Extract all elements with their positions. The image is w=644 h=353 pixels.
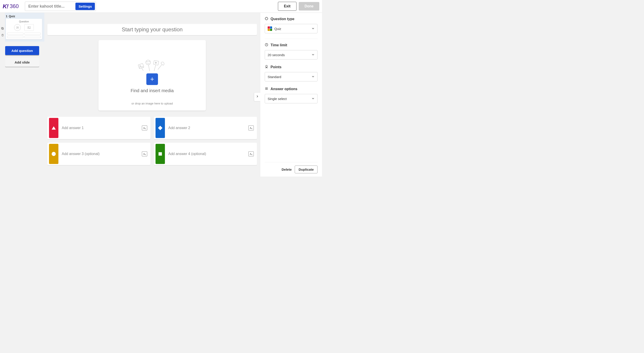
logo-letter: K!: [3, 3, 8, 10]
media-drop-zone[interactable]: + Find and insert media or drop an image…: [98, 40, 206, 110]
svg-rect-0: [2, 28, 4, 30]
chevron-down-icon: [312, 27, 314, 31]
logo: K! 360: [3, 3, 18, 10]
answer-options-select[interactable]: Single select: [265, 94, 318, 103]
slide-preview: Question 20: [6, 19, 42, 39]
settings-panel: Question type Quiz Time limit 20 sec: [260, 13, 322, 176]
time-limit-select[interactable]: 20 seconds: [265, 50, 318, 60]
exit-button[interactable]: Exit: [278, 2, 296, 11]
slide-type-label: Quiz: [9, 14, 15, 18]
question-type-select[interactable]: Quiz: [265, 24, 318, 33]
clock-icon: [265, 43, 268, 48]
points-value: Standard: [268, 75, 281, 79]
points-select[interactable]: Standard: [265, 72, 318, 82]
answer-option-2[interactable]: Add answer 2: [154, 117, 257, 139]
svg-point-26: [266, 88, 266, 88]
question-input[interactable]: [48, 24, 257, 35]
svg-point-27: [267, 88, 268, 88]
answer-options-label: Answer options: [270, 87, 298, 91]
title-placeholder: Enter kahoot title...: [28, 4, 73, 9]
answer-4-placeholder: Add answer 4 (optional): [168, 152, 248, 156]
answer-4-image-icon[interactable]: [248, 152, 254, 156]
chevron-down-icon: [312, 75, 314, 79]
svg-point-5: [140, 65, 141, 67]
answers-grid: Add answer 1 Add answer 2 Add answer 3 (: [48, 117, 257, 165]
time-limit-value: 20 seconds: [268, 53, 285, 57]
svg-point-7: [146, 60, 150, 65]
answer-3-image-icon[interactable]: [142, 152, 147, 156]
slide-preview-title: Question: [7, 20, 41, 23]
answer-3-placeholder: Add answer 3 (optional): [62, 152, 142, 156]
svg-point-20: [144, 153, 144, 154]
slide-preview-image-icon: [24, 24, 34, 31]
delete-slide-icon[interactable]: [1, 34, 4, 38]
done-button[interactable]: Done: [299, 2, 319, 10]
answer-option-3[interactable]: Add answer 3 (optional): [48, 143, 150, 165]
triangle-shape-icon: [49, 118, 58, 138]
svg-rect-1: [1, 27, 3, 29]
svg-marker-15: [52, 126, 56, 130]
media-illustration-icon: [136, 57, 169, 71]
add-media-button[interactable]: +: [146, 73, 158, 85]
question-type-value: Quiz: [274, 27, 281, 31]
answer-option-1[interactable]: Add answer 1: [48, 117, 150, 139]
answer-options-value: Single select: [268, 97, 287, 101]
answer-1-image-icon[interactable]: [142, 126, 147, 130]
collapse-panel-button[interactable]: [254, 92, 260, 101]
svg-line-10: [148, 65, 150, 71]
svg-point-9: [149, 61, 150, 62]
chevron-down-icon: [312, 97, 314, 101]
media-prompt-text: Find and insert media: [131, 88, 174, 93]
slide-index: 1: [6, 14, 8, 18]
answer-2-image-icon[interactable]: [248, 126, 254, 130]
answer-option-4[interactable]: Add answer 4 (optional): [154, 143, 257, 165]
sidebar: 1 Quiz Question 20: [0, 13, 44, 176]
media-drop-hint: or drop an image here to upload: [131, 102, 173, 105]
plus-icon: +: [150, 76, 154, 83]
svg-marker-12: [155, 62, 157, 64]
quiz-icon: [268, 26, 272, 31]
dots-grid-icon: [265, 87, 268, 91]
duplicate-slide-icon[interactable]: [1, 27, 4, 31]
header: K! 360 Enter kahoot title... Settings Ex…: [0, 0, 322, 13]
svg-point-28: [266, 89, 266, 90]
logo-suffix: 360: [10, 3, 18, 10]
svg-marker-17: [158, 126, 162, 130]
duplicate-button[interactable]: Duplicate: [295, 166, 318, 173]
circle-shape-icon: [49, 144, 58, 164]
points-label: Points: [270, 65, 282, 69]
svg-point-8: [147, 62, 148, 62]
svg-point-18: [250, 127, 251, 128]
svg-point-19: [52, 152, 56, 156]
diamond-shape-icon: [156, 118, 165, 138]
svg-point-29: [267, 89, 268, 90]
delete-button[interactable]: Delete: [282, 168, 292, 171]
svg-point-25: [266, 65, 268, 67]
svg-rect-21: [159, 152, 162, 156]
settings-button[interactable]: Settings: [76, 3, 95, 10]
svg-rect-4: [138, 64, 144, 69]
answer-1-placeholder: Add answer 1: [62, 126, 142, 130]
question-type-label: Question type: [270, 17, 294, 21]
editor-main: + Find and insert media or drop an image…: [44, 13, 260, 176]
time-limit-label: Time limit: [270, 43, 287, 47]
kahoot-title-field[interactable]: Enter kahoot title... Settings: [25, 2, 96, 11]
square-shape-icon: [156, 144, 165, 164]
chevron-down-icon: [312, 53, 314, 57]
chevron-right-icon: [256, 95, 259, 99]
add-slide-button[interactable]: Add slide: [5, 58, 39, 67]
svg-point-22: [250, 153, 251, 154]
answer-2-placeholder: Add answer 2: [168, 126, 248, 130]
svg-line-14: [158, 64, 162, 70]
svg-line-13: [154, 65, 156, 71]
slide-preview-time: 20: [14, 24, 21, 31]
award-icon: [265, 65, 268, 69]
svg-line-6: [142, 68, 144, 71]
add-question-button[interactable]: Add question: [5, 46, 39, 55]
slide-thumbnail[interactable]: 1 Quiz Question 20: [5, 13, 44, 42]
svg-point-16: [144, 127, 144, 128]
question-type-icon: [265, 17, 268, 21]
